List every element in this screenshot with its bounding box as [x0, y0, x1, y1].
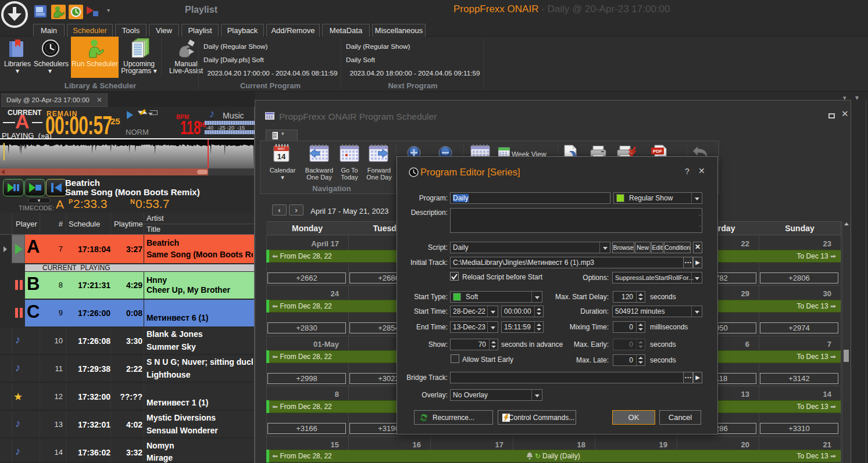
svg-text:PDF: PDF	[653, 149, 662, 154]
svg-text:MAY: MAY	[278, 147, 285, 150]
svg-text:14: 14	[277, 152, 286, 161]
